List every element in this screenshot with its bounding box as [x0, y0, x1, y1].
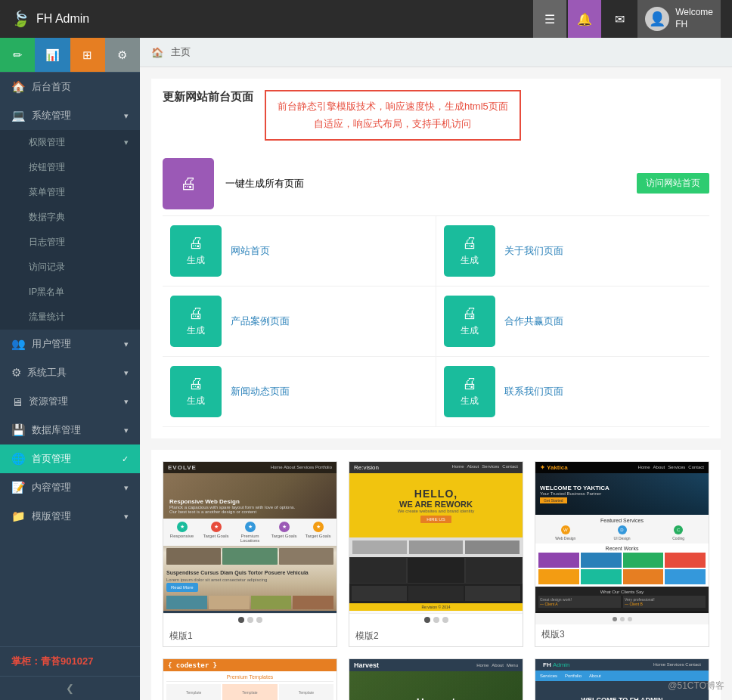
quickbar-edit-btn[interactable]: ✏ [0, 38, 35, 72]
tpl6-logo: FH Admin [543, 661, 570, 668]
tpl1-icon-label-5: Target Goals [302, 534, 333, 538]
avatar: 👤 [645, 7, 669, 31]
tpl2-mid [349, 537, 523, 557]
sidebar-item-templates[interactable]: 📁 模版管理 ▾ [0, 502, 140, 531]
gen-products-button[interactable]: 🖨 生成 [170, 296, 222, 347]
page-row-contact: 🖨 生成 联系我们页面 [436, 357, 710, 427]
tpl1-hero-text: Responsive Web Design Planck a capacious… [169, 498, 330, 514]
sub-menus[interactable]: 菜单管理 [0, 180, 140, 205]
sub-traffic[interactable]: 流量统计 [0, 305, 140, 330]
tpl3-feat-text-1: Web Design [538, 536, 593, 540]
sidebar-menu: 🏠 后台首页 💻 系统管理 ▾ 权限管理 ▾ 按钮管理 菜单管理 [0, 73, 140, 646]
template-preview-2: Re:vision HomeAboutServicesContact HELLO… [349, 462, 523, 613]
quickbar-settings-btn[interactable]: ⚙ [105, 38, 140, 72]
tpl1-dot-2 [247, 617, 253, 623]
sidebar-label-home: 后台首页 [32, 80, 71, 94]
tpl2-hello: HELLO, [414, 488, 458, 500]
sub-label-permissions: 权限管理 [29, 136, 65, 149]
page-content: 更新网站前台页面 前台静态引擎模版技术，响应速度快，生成html5页面 自适应，… [140, 67, 732, 700]
sidebar-item-content[interactable]: 📝 内容管理 ▾ [0, 473, 140, 502]
gen-home-button[interactable]: 🖨 生成 [170, 225, 222, 277]
sub-label-buttons: 按钮管理 [29, 161, 65, 174]
quickbar-grid-btn[interactable]: ⊞ [70, 38, 105, 72]
template-card-3[interactable]: ✦ Yaktica Home About Services Contact WE… [535, 461, 709, 647]
sidebar-item-db[interactable]: 💾 数据库管理 ▾ [0, 416, 140, 444]
tpl3-dark-title: What Our Clients Say [538, 590, 706, 594]
visit-homepage-button[interactable]: 访问网站首页 [637, 173, 709, 194]
tpl3-hero-sub: Your Trusted Business Partner [540, 491, 601, 496]
templates-grid: EVOLVE Home About Services Portfolio Res… [163, 461, 709, 700]
sub-permissions[interactable]: 权限管理 ▾ [0, 130, 140, 155]
system-submenu: 权限管理 ▾ 按钮管理 菜单管理 数据字典 日志管理 访问记录 [0, 130, 140, 330]
gen-contact-button[interactable]: 🖨 生成 [444, 366, 495, 417]
tpl1-icon-circle-4: ★ [279, 522, 290, 532]
tpl3-logo: ✦ Yaktica [540, 464, 568, 471]
tpl1-section-title: Suspendisse Cursus Diam Quis Tortor Posu… [166, 569, 333, 577]
sub-label-blacklist: IP黑名单 [29, 286, 64, 299]
tpl1-icon-circle-3: ★ [245, 522, 256, 532]
tpl3-work-grid [538, 553, 706, 584]
template-card-2[interactable]: Re:vision HomeAboutServicesContact HELLO… [349, 461, 523, 647]
page-name-news: 新闻动态页面 [231, 385, 290, 398]
tpl1-thumb-1 [166, 548, 221, 565]
arrow-down-icon: ▾ [124, 111, 129, 121]
tpl1-icon-3: ★ Premium Locations [234, 522, 265, 543]
sidebar-item-home[interactable]: 🏠 后台首页 [0, 73, 140, 101]
sidebar-item-system[interactable]: 💻 系统管理 ▾ [0, 101, 140, 130]
tpl2-dark-2 [407, 557, 464, 584]
sub-visits[interactable]: 访问记录 [0, 255, 140, 280]
collapse-button[interactable]: ❮ [0, 676, 140, 700]
tpl2-footer-row [349, 584, 523, 603]
sidebar-item-users[interactable]: 👥 用户管理 ▾ [0, 330, 140, 358]
submenu-arrow-icon: ▾ [124, 138, 129, 147]
sidebar-item-homepage[interactable]: 🌐 首页管理 ✓ [0, 444, 140, 473]
tpl4-grid: Template Template Template Template Temp… [166, 684, 333, 700]
tpl1-section-text: Lorem ipsum dolor sit amet consectetur a… [166, 577, 333, 583]
sub-buttons[interactable]: 按钮管理 [0, 155, 140, 180]
home-breadcrumb-icon: 🏠 [151, 47, 163, 58]
menu-icon-btn[interactable]: ☰ [533, 0, 566, 38]
tpl2-dot-1 [424, 617, 430, 623]
bell-icon-btn[interactable]: 🔔 [568, 0, 601, 38]
sidebar-label-resources: 资源管理 [29, 395, 68, 408]
template-preview-3: ✦ Yaktica Home About Services Contact WE… [535, 462, 709, 613]
gen-about-button[interactable]: 🖨 生成 [444, 225, 495, 277]
update-title: 更新网站前台页面 [163, 90, 253, 104]
tpl3-work-7 [623, 569, 664, 584]
template-card-5[interactable]: Harvest HomeAboutMenu Harvest Fresh & Na… [349, 658, 523, 700]
avatar-icon: 👤 [649, 11, 665, 27]
gen-cooperation-button[interactable]: 🖨 生成 [444, 296, 495, 347]
print-icon-home: 🖨 [188, 234, 203, 252]
tpl1-icons-row: ★ Responsive ★ Target Goals ★ Premium Lo… [163, 519, 337, 546]
tpl2-dot-2 [433, 617, 439, 623]
tpl1-nav: Home About Services Portfolio [271, 465, 332, 469]
tpl1-icon-1: ★ Responsive [166, 522, 197, 543]
template-card-4[interactable]: { codester } Premium Templates Template … [163, 658, 337, 700]
gen-news-button[interactable]: 🖨 生成 [170, 366, 222, 417]
sidebar: ✏ 📊 ⊞ ⚙ 🏠 后台首页 💻 系统管理 ▾ 权限管理 ▾ [0, 38, 140, 700]
quickbar-chart-btn[interactable]: 📊 [35, 38, 70, 72]
sub-dict[interactable]: 数据字典 [0, 205, 140, 230]
sidebar-item-tools[interactable]: ⚙ 系统工具 ▾ [0, 358, 140, 387]
print-icon-about: 🖨 [462, 234, 477, 252]
tpl2-cta-btn: HIRE US [420, 516, 451, 523]
template-card-1[interactable]: EVOLVE Home About Services Portfolio Res… [163, 461, 337, 647]
tpl2-footer-text: Re:vision © 2014 [421, 605, 450, 609]
sub-label-logs: 日志管理 [29, 236, 65, 249]
tpl3-dark-section: What Our Clients Say Great design work! … [535, 587, 709, 612]
sidebar-item-resources[interactable]: 🖥 资源管理 ▾ [0, 387, 140, 416]
user-area[interactable]: 👤 Welcome FH [637, 0, 721, 38]
sub-blacklist[interactable]: IP黑名单 [0, 280, 140, 305]
sub-label-visits: 访问记录 [29, 261, 65, 274]
sidebar-label-homepage: 首页管理 [32, 452, 71, 466]
mail-icon-btn[interactable]: ✉ [603, 0, 636, 38]
tpl2-footer-col-3 [465, 586, 520, 601]
tpl1-icon-circle-2: ★ [211, 522, 222, 532]
arrow-icon-content: ▾ [124, 483, 129, 493]
tpl2-dark-1 [349, 557, 407, 584]
sub-logs[interactable]: 日志管理 [0, 230, 140, 255]
tpl3-nav-home: Home [638, 465, 650, 469]
sub-label-traffic: 流量统计 [29, 311, 65, 324]
print-icon-large: 🖨 [180, 174, 197, 194]
gen-all-button[interactable]: 🖨 [163, 158, 214, 209]
